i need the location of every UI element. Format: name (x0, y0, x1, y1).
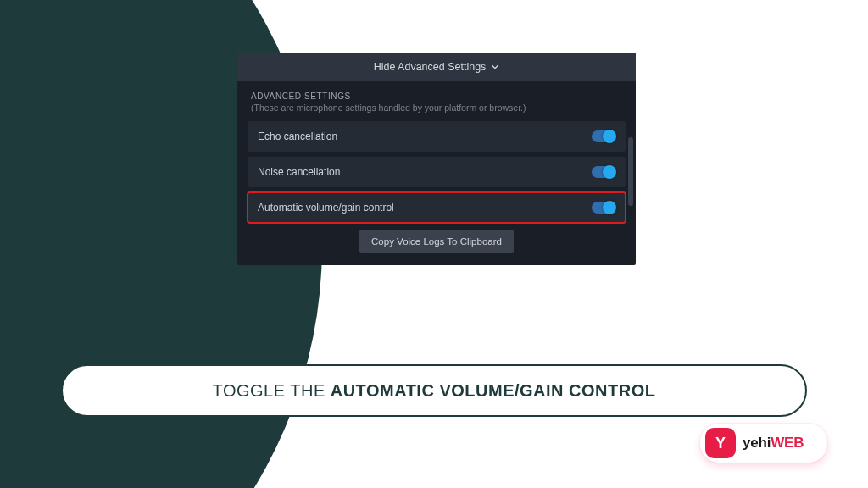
stage: Hide Advanced Settings ADVANCED SETTINGS… (0, 0, 868, 488)
settings-panel: Hide Advanced Settings ADVANCED SETTINGS… (237, 53, 636, 265)
section-subtitle: (These are microphone settings handled b… (237, 103, 636, 121)
logo-text-accent: WEB (771, 435, 804, 451)
settings-rows: Echo cancellation Noise cancellation Aut… (237, 121, 636, 223)
toggle-noise-cancellation[interactable] (592, 166, 615, 178)
row-label: Noise cancellation (258, 166, 340, 178)
row-noise-cancellation: Noise cancellation (248, 157, 626, 187)
section-title: ADVANCED SETTINGS (237, 81, 636, 103)
copy-voice-logs-button[interactable]: Copy Voice Logs To Clipboard (359, 230, 514, 253)
caption-bold: AUTOMATIC VOLUME/GAIN CONTROL (331, 381, 656, 401)
hide-advanced-label: Hide Advanced Settings (374, 61, 487, 73)
logo-text-plain: yehi (743, 435, 771, 451)
hide-advanced-header[interactable]: Hide Advanced Settings (237, 53, 636, 81)
panel-scrollbar[interactable] (628, 86, 633, 257)
toggle-knob-icon (603, 165, 616, 179)
logo-mark-icon: Y (705, 428, 736, 458)
chevron-down-icon (491, 63, 499, 71)
toggle-knob-icon (603, 130, 616, 143)
copy-button-wrap: Copy Voice Logs To Clipboard (237, 230, 636, 253)
row-label: Automatic volume/gain control (258, 202, 394, 214)
toggle-auto-gain-control[interactable] (592, 202, 615, 214)
scrollbar-thumb[interactable] (628, 137, 633, 205)
caption-pill: TOGGLE THE AUTOMATIC VOLUME/GAIN CONTROL (61, 364, 807, 417)
row-echo-cancellation: Echo cancellation (248, 121, 626, 152)
brand-logo: Y yehiWEB (700, 424, 827, 463)
toggle-knob-icon (603, 201, 616, 214)
row-label: Echo cancellation (258, 130, 337, 142)
toggle-echo-cancellation[interactable] (592, 130, 615, 142)
logo-text: yehiWEB (743, 435, 804, 452)
row-auto-gain-control: Automatic volume/gain control (248, 192, 626, 223)
caption-prefix: TOGGLE THE (213, 381, 326, 401)
